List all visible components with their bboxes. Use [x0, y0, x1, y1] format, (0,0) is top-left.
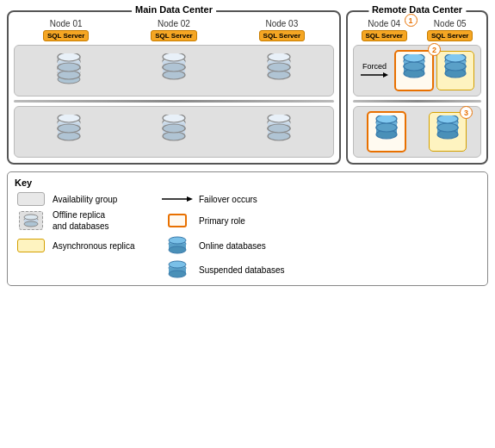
main-row2-cell1 — [18, 115, 121, 149]
sql-badge-04: SQL Server — [362, 30, 407, 41]
legend-empty — [15, 259, 152, 280]
offline-db-icon-4 — [53, 115, 85, 149]
li-text-async: Asynchronous replica — [53, 240, 135, 252]
primary-node04-row2 — [357, 111, 416, 152]
remote-data-center: Remote Data Center Node 04 SQL Server 1 … — [346, 10, 488, 165]
sql-badge-02: SQL Server — [151, 30, 196, 41]
svg-point-37 — [58, 124, 80, 133]
diagram-container: Main Data Center Node 01 SQL Server Node… — [0, 0, 495, 291]
suspended-db-legend-icon — [165, 259, 189, 280]
forced-label: Forced — [362, 62, 387, 71]
online-db-icon-node04 — [399, 54, 430, 87]
svg-point-82 — [437, 115, 458, 123]
main-headers-row: Node 01 SQL Server Node 02 SQL Server No… — [14, 19, 334, 41]
remote-row1: Forced — [353, 45, 481, 96]
svg-point-87 — [24, 221, 38, 227]
async-node05-row2: 3 — [418, 112, 477, 152]
async-db-box-2: 3 — [429, 112, 467, 152]
node-02-label: Node 02 — [158, 19, 190, 28]
node-header-01: Node 01 SQL Server — [14, 19, 118, 41]
svg-point-52 — [268, 115, 290, 122]
svg-marker-54 — [383, 72, 388, 78]
li-icon-arrow — [161, 194, 194, 204]
legend-suspended-db: Suspended databases — [161, 259, 480, 280]
svg-point-91 — [169, 246, 186, 253]
ag-row-2-main — [14, 106, 334, 158]
legend: Key Availability group Failover — [7, 171, 488, 286]
ag-row-1-main — [14, 45, 334, 96]
li-icon-suspended-db — [161, 259, 194, 280]
remote-headers-row: Node 04 SQL Server 1 Node 05 SQL Server — [353, 19, 481, 41]
li-text-offline: Offline replicaand databases — [53, 209, 109, 232]
svg-point-75 — [376, 115, 397, 123]
svg-point-38 — [58, 115, 80, 122]
li-icon-offline — [15, 211, 47, 230]
forced-arrow-svg — [361, 71, 388, 79]
main-data-center: Main Data Center Node 01 SQL Server Node… — [7, 10, 341, 165]
offline-db-icon-5 — [158, 115, 190, 149]
svg-point-51 — [268, 124, 290, 133]
node-header-04: Node 04 SQL Server 1 — [353, 19, 416, 41]
svg-marker-84 — [187, 196, 193, 202]
node-header-03: Node 03 SQL Server — [230, 19, 334, 41]
svg-point-31 — [268, 53, 290, 61]
legend-availability-group: Availability group — [15, 192, 152, 206]
svg-point-67 — [445, 62, 466, 71]
svg-point-68 — [445, 54, 466, 62]
legend-async-replica: Asynchronous replica — [15, 235, 152, 256]
node-04-label: Node 04 — [368, 19, 400, 28]
main-row2-cell3 — [227, 115, 330, 149]
sql-badge-01: SQL Server — [43, 30, 89, 41]
svg-point-23 — [163, 63, 185, 72]
badge-3: 3 — [460, 106, 473, 119]
async-db-box — [436, 51, 474, 90]
legend-grid: Availability group Failover occurs — [15, 192, 480, 280]
online-db-icon-r2-n04 — [371, 115, 402, 148]
node-05-label: Node 05 — [434, 19, 467, 28]
remote-dc-title: Remote Data Center — [368, 4, 466, 15]
remote-row2: 3 — [353, 106, 481, 158]
li-icon-primary — [161, 214, 194, 227]
main-row1-cell2 — [123, 53, 226, 88]
li-text-online-db: Online databases — [199, 240, 266, 252]
remote-content-rows: Forced — [353, 45, 481, 158]
legend-offline-replica: Offline replicaand databases — [15, 209, 152, 232]
li-icon-ag — [15, 192, 47, 206]
li-text-primary: Primary role — [199, 215, 245, 227]
svg-point-81 — [437, 123, 458, 132]
main-row2-cell2 — [123, 115, 226, 149]
sql-badge-05: SQL Server — [427, 30, 473, 41]
main-row1-cell3 — [227, 53, 330, 88]
svg-point-88 — [24, 215, 38, 220]
legend-primary-role: Primary role — [161, 209, 480, 232]
svg-point-45 — [163, 115, 185, 122]
primary-shape — [168, 214, 187, 227]
svg-point-44 — [163, 124, 185, 133]
offline-db-icon-3 — [263, 53, 295, 88]
legend-failover: Failover occurs — [161, 192, 480, 206]
svg-point-17 — [58, 53, 80, 61]
async-node05-cell — [436, 51, 474, 90]
li-icon-async — [15, 239, 47, 252]
li-text-ag: Availability group — [53, 194, 117, 205]
offline-db-icon-1 — [53, 53, 85, 88]
async-shape — [17, 239, 45, 252]
online-db-legend-icon — [165, 235, 189, 256]
node-01-label: Node 01 — [50, 19, 83, 28]
primary-db-box — [394, 50, 434, 91]
svg-point-95 — [169, 271, 186, 277]
svg-point-30 — [268, 63, 290, 72]
offline-db-icon-2 — [158, 53, 190, 88]
online-db-icon-node05 — [440, 54, 471, 87]
sql-badge-03: SQL Server — [259, 30, 305, 41]
svg-point-96 — [169, 261, 186, 268]
offline-db-legend-icon — [22, 213, 40, 228]
svg-point-24 — [163, 53, 185, 61]
offline-shape — [19, 211, 43, 230]
offline-db-icon-6 — [263, 115, 295, 149]
row-divider — [14, 100, 334, 103]
remote-ag-row1: Forced — [353, 45, 481, 96]
svg-point-92 — [169, 237, 186, 244]
li-text-failover: Failover occurs — [199, 194, 257, 205]
main-content-rows — [14, 45, 334, 158]
